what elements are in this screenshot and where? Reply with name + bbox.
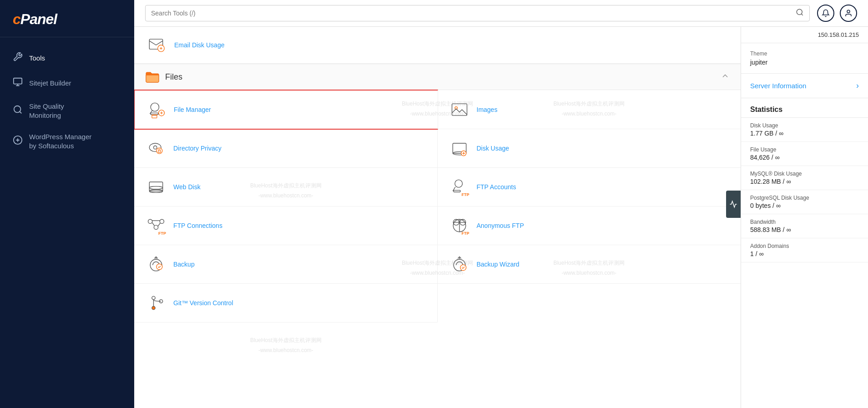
- svg-point-27: [160, 219, 164, 223]
- right-sidebar: 150.158.01.215 Theme jupiter Server Info…: [741, 27, 868, 408]
- stat-value: 1 / ∞: [750, 250, 859, 257]
- backup-label[interactable]: Backup: [173, 261, 195, 268]
- site-quality-icon: [13, 105, 23, 117]
- sidebar-wordpress-label: WordPress Manager by Softaculous: [29, 132, 91, 150]
- header: [134, 0, 868, 27]
- theme-value: jupiter: [750, 59, 859, 66]
- tool-anonymous-ftp[interactable]: FTP Anonymous FTP: [438, 207, 741, 245]
- stat-value: 1.77 GB / ∞: [750, 130, 859, 137]
- file-manager-label[interactable]: File Manager: [174, 106, 211, 113]
- svg-point-41: [152, 306, 155, 309]
- sidebar-item-tools[interactable]: Tools: [0, 46, 134, 70]
- files-folder-icon: [145, 71, 160, 83]
- sidebar-sitejet-label: Sitejet Builder: [29, 79, 71, 88]
- tool-ftp-connections[interactable]: FTP FTP Connections: [134, 207, 438, 245]
- svg-point-3: [797, 9, 802, 15]
- sidebar-site-quality-label: Site Quality Monitoring: [29, 102, 64, 120]
- anonymous-ftp-label-ftp: FTP: [462, 231, 469, 236]
- statistics-container: Disk Usage 1.77 GB / ∞ File Usage 84,626…: [741, 118, 868, 262]
- tool-file-manager[interactable]: File Manager: [134, 90, 438, 130]
- ftp-connections-icon: FTP: [145, 215, 167, 237]
- svg-rect-11: [452, 104, 467, 116]
- sidebar-nav: Tools Sitejet Builder Site Quality Monit…: [0, 37, 134, 165]
- tool-git-version-control[interactable]: Git™ Version Control: [134, 284, 438, 322]
- sidebar-item-wordpress[interactable]: WordPress Manager by Softaculous: [0, 127, 134, 156]
- svg-rect-0: [14, 78, 22, 84]
- theme-label: Theme: [750, 50, 859, 57]
- svg-rect-24: [454, 190, 460, 192]
- email-disk-usage-label[interactable]: Email Disk Usage: [174, 41, 224, 49]
- stat-label: Bandwidth: [750, 219, 859, 225]
- logo-area: cPanel: [0, 0, 134, 37]
- user-button[interactable]: [840, 5, 857, 22]
- theme-section: Theme jupiter: [741, 43, 868, 74]
- ip-address: 150.158.01.215: [741, 27, 868, 43]
- svg-point-14: [154, 146, 157, 149]
- svg-point-7: [151, 103, 159, 111]
- git-icon: [145, 292, 167, 314]
- analytics-tab[interactable]: [726, 191, 741, 218]
- images-icon: [449, 99, 470, 121]
- server-info-chevron-icon: ›: [856, 81, 859, 91]
- server-info-label: Server Information: [750, 82, 806, 90]
- ftp-accounts-icon: FTP: [449, 176, 470, 198]
- search-icon[interactable]: [796, 8, 804, 18]
- tools-grid-wrapper: BlueHost海外虚拟主机评测网-www.bluehostcn.com- Bl…: [134, 90, 741, 322]
- git-version-control-label[interactable]: Git™ Version Control: [173, 299, 233, 307]
- tool-disk-usage[interactable]: Disk Usage: [438, 129, 741, 168]
- stat-value: 0 bytes / ∞: [750, 202, 859, 209]
- tool-backup[interactable]: Backup: [134, 245, 438, 284]
- server-information-link[interactable]: Server Information ›: [741, 74, 868, 98]
- stat-label: Disk Usage: [750, 122, 859, 129]
- svg-point-40: [152, 296, 155, 299]
- email-disk-usage-item[interactable]: Email Disk Usage: [134, 27, 741, 64]
- tool-images[interactable]: Images: [438, 90, 741, 129]
- anonymous-ftp-icon: FTP: [449, 215, 470, 237]
- stat-value: 102.28 MB / ∞: [750, 178, 859, 185]
- backup-wizard-icon: [449, 253, 470, 275]
- sidebar: cPanel Tools Sitejet Builder Site Qualit…: [0, 0, 134, 408]
- stat-postgresql-disk-usage: PostgreSQL Disk Usage 0 bytes / ∞: [741, 190, 868, 214]
- svg-rect-10: [152, 115, 157, 118]
- images-label[interactable]: Images: [477, 106, 498, 113]
- backup-wizard-label[interactable]: Backup Wizard: [477, 261, 520, 268]
- search-bar[interactable]: [145, 5, 810, 21]
- svg-point-1: [14, 106, 21, 113]
- logo-panel: Panel: [20, 11, 57, 27]
- statistics-title: Statistics: [741, 98, 868, 118]
- stat-label: File Usage: [750, 146, 859, 153]
- stat-value: 84,626 / ∞: [750, 154, 859, 161]
- tool-backup-wizard[interactable]: Backup Wizard: [438, 245, 741, 284]
- ftp-accounts-label[interactable]: FTP Accounts: [477, 183, 516, 191]
- center-content: Email Disk Usage Files: [134, 27, 741, 408]
- stat-label: PostgreSQL Disk Usage: [750, 195, 859, 201]
- disk-usage-label[interactable]: Disk Usage: [477, 145, 510, 152]
- stat-mysql--disk-usage: MySQL® Disk Usage 102.28 MB / ∞: [741, 166, 868, 190]
- file-manager-icon: [146, 99, 167, 121]
- web-disk-icon: [145, 176, 167, 198]
- svg-point-22: [149, 186, 162, 189]
- ftp-connections-label[interactable]: FTP Connections: [173, 222, 222, 229]
- stat-bandwidth: Bandwidth 588.83 MB / ∞: [741, 214, 868, 238]
- tool-ftp-accounts[interactable]: FTP FTP Accounts: [438, 168, 741, 207]
- web-disk-label[interactable]: Web Disk: [173, 183, 201, 191]
- tool-directory-privacy[interactable]: Directory Privacy: [134, 129, 438, 168]
- directory-privacy-label[interactable]: Directory Privacy: [173, 145, 222, 152]
- sidebar-item-site-quality[interactable]: Site Quality Monitoring: [0, 96, 134, 125]
- svg-line-29: [158, 223, 161, 227]
- svg-point-25: [148, 219, 152, 223]
- sitejet-icon: [13, 77, 23, 89]
- ftp-accounts-ftp-label: FTP: [462, 192, 469, 197]
- content-area: Email Disk Usage Files: [134, 27, 868, 408]
- notification-button[interactable]: [817, 5, 834, 22]
- email-disk-icon: [145, 34, 167, 56]
- files-collapse-icon[interactable]: [721, 71, 730, 82]
- wordpress-icon: [13, 135, 23, 147]
- tool-web-disk[interactable]: Web Disk: [134, 168, 438, 207]
- files-header-left: Files: [145, 71, 182, 83]
- tools-icon: [13, 52, 23, 64]
- sidebar-tools-label: Tools: [29, 54, 45, 63]
- sidebar-item-sitejet[interactable]: Sitejet Builder: [0, 71, 134, 95]
- anonymous-ftp-label[interactable]: Anonymous FTP: [477, 222, 524, 229]
- search-input[interactable]: [151, 10, 796, 17]
